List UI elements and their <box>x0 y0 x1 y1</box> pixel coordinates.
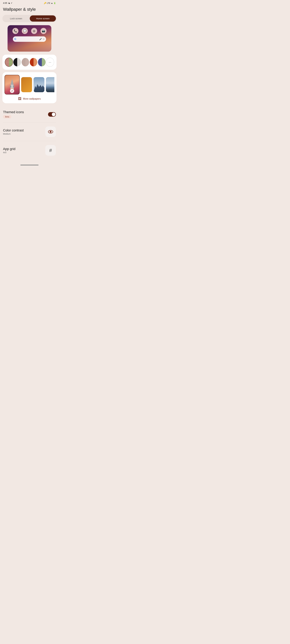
color-contrast-text: Color contrast Medium <box>3 128 45 135</box>
color-palette-card: ··· <box>3 55 57 70</box>
key-icon: 🔑 <box>44 2 46 4</box>
themed-icons-section: Themed icons Beta <box>0 106 59 122</box>
wallpaper-thumb-harbor[interactable] <box>46 77 54 92</box>
themed-icons-label: Themed icons <box>3 110 48 114</box>
more-wallpapers-icon: 🖼 <box>18 97 22 101</box>
page-title: Wallpaper & style <box>0 5 59 15</box>
hash-icon: # <box>49 148 52 153</box>
themed-icons-row: Themed icons Beta <box>3 108 56 121</box>
color-contrast-icon-btn[interactable] <box>45 126 56 137</box>
svg-rect-3 <box>13 86 14 88</box>
eye-pupil <box>50 131 52 133</box>
toggle-knob <box>52 112 56 116</box>
preview-decoration <box>8 42 51 52</box>
color-contrast-value: Medium <box>3 133 45 135</box>
wallpaper-thumb-orange[interactable] <box>21 77 32 92</box>
status-bar: 4:05 🌤 ✔ 🔑 LTE ▲ 🔋 <box>0 0 59 5</box>
tab-switcher: Lock screen Home screen <box>3 15 57 22</box>
wallpaper-thumb-city[interactable] <box>34 77 44 92</box>
color-option-4[interactable] <box>30 58 38 67</box>
color-row: ··· <box>5 58 54 67</box>
thumb-check-icon: ✓ <box>10 89 14 93</box>
battery-icon: 🔋 <box>54 2 56 4</box>
lock-screen-tab[interactable]: Lock screen <box>3 16 29 22</box>
wallpaper-card: ✓ 🖼 More wallpapers <box>3 72 57 103</box>
lens-icon: ⊙ <box>43 38 45 40</box>
home-screen-tab[interactable]: Home screen <box>30 16 56 22</box>
color-option-3[interactable] <box>21 58 30 67</box>
preview-chat-icon: 💬 <box>22 28 28 34</box>
more-colors-button[interactable]: ··· <box>46 58 54 67</box>
app-grid-value: 4x5 <box>3 151 45 154</box>
google-logo: G <box>14 38 16 40</box>
color-contrast-label: Color contrast <box>3 128 45 132</box>
wallpaper-preview: 📞 💬 ◎ 📷 G 🎤 ⊙ <box>8 25 51 52</box>
color-option-1[interactable] <box>5 58 13 67</box>
wallpaper-thumb-selected[interactable]: ✓ <box>5 75 20 94</box>
themed-icons-text: Themed icons Beta <box>3 110 48 118</box>
more-wallpapers-label: More wallpapers <box>23 98 41 100</box>
weather-icon: 🌤 <box>8 2 10 4</box>
more-wallpapers-button[interactable]: 🖼 More wallpapers <box>5 97 54 101</box>
status-right: 🔑 LTE ▲ 🔋 <box>44 2 56 4</box>
beta-badge: Beta <box>3 115 11 118</box>
signal-icon: ▲ <box>51 2 53 4</box>
preview-icons-row: 📞 💬 ◎ 📷 <box>12 28 47 34</box>
preview-camera-icon: 📷 <box>41 28 47 34</box>
color-contrast-section: Color contrast Medium <box>0 122 59 141</box>
color-option-5[interactable] <box>38 58 46 67</box>
mic-icon: 🎤 <box>39 38 42 40</box>
status-left: 4:05 🌤 ✔ <box>3 2 12 4</box>
preview-phone-icon: 📞 <box>12 28 19 34</box>
preview-search-bar[interactable]: G 🎤 ⊙ <box>13 36 46 42</box>
color-contrast-row[interactable]: Color contrast Medium <box>3 124 56 140</box>
home-bar <box>0 162 59 167</box>
app-grid-section: App grid 4x5 # <box>0 141 59 160</box>
color-option-2[interactable] <box>13 58 21 67</box>
themed-icons-toggle[interactable] <box>48 112 56 117</box>
eye-icon <box>48 129 53 134</box>
app-grid-label: App grid <box>3 147 45 151</box>
wallpaper-thumbs-row: ✓ <box>5 75 54 94</box>
home-bar-pill <box>20 165 39 166</box>
svg-rect-2 <box>10 86 11 88</box>
preview-chrome-icon: ◎ <box>31 28 37 34</box>
svg-marker-1 <box>11 79 14 85</box>
lte-label: LTE <box>47 2 50 4</box>
checkmark-icon: ✔ <box>11 2 12 4</box>
time: 4:05 <box>3 2 7 4</box>
app-grid-row[interactable]: App grid 4x5 # <box>3 142 56 158</box>
app-grid-icon-btn[interactable]: # <box>45 145 56 156</box>
app-grid-text: App grid 4x5 <box>3 147 45 154</box>
